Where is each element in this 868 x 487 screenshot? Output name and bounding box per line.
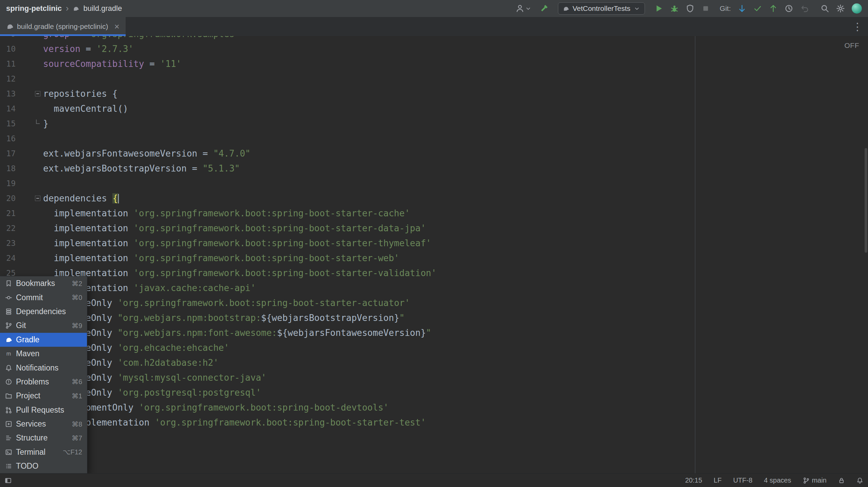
git-update-button[interactable] — [738, 4, 746, 13]
fold-end-marker[interactable] — [36, 120, 40, 124]
file-encoding[interactable]: UTF-8 — [733, 476, 753, 484]
debug-button[interactable] — [670, 4, 679, 13]
toolwindow-item-problems[interactable]: Problems⌘6 — [0, 375, 87, 389]
code-line[interactable]: 21 implementation 'org.springframework.b… — [0, 206, 868, 221]
line-number[interactable]: 14 — [0, 101, 16, 116]
code-line[interactable]: 35 testImplementation 'org.springframewo… — [0, 415, 868, 430]
code-line[interactable]: 20dependencies { — [0, 191, 868, 206]
line-number[interactable]: 11 — [0, 56, 16, 71]
tab-options-icon[interactable]: ⋮ — [847, 21, 868, 33]
toolwindow-item-terminal[interactable]: Terminal⌥F12 — [0, 445, 87, 459]
toolwindow-shortcut: ⌥F12 — [62, 448, 82, 456]
code-line[interactable]: 12 — [0, 71, 868, 86]
code-line[interactable]: 25 implementation 'org.springframework.b… — [0, 266, 868, 281]
code-text: ext.webjarsFontawesomeVersion = "4.7.0" — [43, 146, 250, 161]
git-branch-widget[interactable]: main — [803, 476, 827, 484]
toolwindow-item-project[interactable]: Project⌘1 — [0, 389, 87, 403]
notifications-bell-icon[interactable] — [856, 477, 863, 484]
run-configuration-select[interactable]: VetControllerTests — [558, 2, 645, 15]
code-line[interactable]: 27 runtimeOnly 'org.springframework.boot… — [0, 295, 868, 310]
terminal-icon — [5, 449, 12, 456]
line-number[interactable]: 21 — [0, 206, 16, 221]
code-line[interactable]: 15} — [0, 116, 868, 131]
code-line[interactable]: 32 runtimeOnly 'mysql:mysql-connector-ja… — [0, 370, 868, 385]
code-line[interactable]: 29 runtimeOnly "org.webjars.npm:font-awe… — [0, 325, 868, 340]
line-number[interactable]: 20 — [0, 191, 16, 206]
toolwindow-item-todo[interactable]: TODO — [0, 459, 87, 473]
tab-close-icon[interactable]: × — [114, 22, 119, 31]
breadcrumb-project[interactable]: spring-petclinic — [6, 4, 62, 13]
toolwindow-item-pull-requests[interactable]: Pull Requests — [0, 403, 87, 417]
code-line[interactable]: 9group = 'org.springframework.samples' — [0, 36, 868, 41]
code-line[interactable]: 19 — [0, 176, 868, 191]
toolwindow-item-maven[interactable]: Maven — [0, 347, 87, 361]
code-line[interactable]: 18ext.webjarsBootstrapVersion = "5.1.3" — [0, 161, 868, 176]
code-line[interactable]: 10version = '2.7.3' — [0, 41, 868, 56]
line-number[interactable]: 19 — [0, 176, 16, 191]
toolwindow-item-bookmarks[interactable]: Bookmarks⌘2 — [0, 276, 87, 290]
code-line[interactable]: 24 implementation 'org.springframework.b… — [0, 251, 868, 266]
toolwindow-item-dependencies[interactable]: Dependencies — [0, 305, 87, 319]
line-number[interactable]: 24 — [0, 251, 16, 266]
code-line[interactable]: 14 mavenCentral() — [0, 101, 868, 116]
line-number[interactable]: 15 — [0, 116, 16, 131]
fold-marker[interactable] — [35, 91, 40, 96]
build-hammer-icon[interactable] — [540, 4, 548, 13]
coverage-button[interactable] — [686, 4, 694, 13]
history-button[interactable] — [784, 4, 793, 13]
toolwindow-item-services[interactable]: Services⌘8 — [0, 417, 87, 431]
lock-icon[interactable] — [838, 477, 845, 484]
code-line[interactable]: 34 developmentOnly 'org.springframework.… — [0, 400, 868, 415]
toolwindow-item-structure[interactable]: Structure⌘7 — [0, 431, 87, 445]
status-widgets: 20:15 LF UTF-8 4 spaces main — [685, 476, 864, 484]
gutter — [16, 161, 43, 176]
code-line[interactable]: 16 — [0, 131, 868, 146]
caret-position[interactable]: 20:15 — [685, 476, 702, 484]
profile-button[interactable] — [516, 4, 531, 13]
toolwindow-item-notifications[interactable]: Notifications — [0, 361, 87, 375]
line-number[interactable]: 17 — [0, 146, 16, 161]
line-number[interactable]: 13 — [0, 86, 16, 101]
line-number[interactable]: 18 — [0, 161, 16, 176]
code-line[interactable]: 22 implementation 'org.springframework.b… — [0, 221, 868, 236]
code-line[interactable]: 28 runtimeOnly "org.webjars.npm:bootstra… — [0, 310, 868, 325]
line-number[interactable]: 23 — [0, 236, 16, 251]
stop-button[interactable] — [701, 4, 710, 13]
code-text: runtimeOnly "org.webjars.npm:font-awesom… — [43, 325, 431, 340]
fold-marker[interactable] — [35, 196, 40, 201]
line-number[interactable]: 16 — [0, 131, 16, 146]
toolwindow-item-commit[interactable]: Commit⌘0 — [0, 290, 87, 304]
git-commit-button[interactable] — [753, 4, 762, 13]
code-line[interactable]: 26 implementation 'javax.cache:cache-api… — [0, 281, 868, 295]
rollback-button[interactable] — [800, 4, 809, 13]
code-line[interactable]: 30 runtimeOnly 'org.ehcache:ehcache' — [0, 340, 868, 355]
toolwindow-label: Terminal — [16, 448, 59, 457]
tab-build-gradle[interactable]: build.gradle (spring-petclinic) × — [0, 17, 126, 36]
gradle-icon — [73, 5, 79, 12]
line-number[interactable]: 10 — [0, 41, 16, 56]
settings-button[interactable] — [836, 4, 845, 13]
code-line[interactable]: 23 implementation 'org.springframework.b… — [0, 236, 868, 251]
indent-setting[interactable]: 4 spaces — [764, 476, 791, 484]
code-line[interactable]: 31 runtimeOnly 'com.h2database:h2' — [0, 355, 868, 370]
toolwindow-item-git[interactable]: Git⌘9 — [0, 319, 87, 332]
git-push-button[interactable] — [769, 4, 778, 13]
editor-scrollbar[interactable] — [865, 148, 867, 253]
toolwindow-item-gradle[interactable]: Gradle — [0, 333, 87, 347]
toolwindow-switcher-icon[interactable] — [5, 477, 12, 484]
line-number[interactable]: 22 — [0, 221, 16, 236]
code-line[interactable]: 33 runtimeOnly 'org.postgresql:postgresq… — [0, 385, 868, 400]
code-line[interactable]: 11sourceCompatibility = '11' — [0, 56, 868, 71]
line-number[interactable]: 12 — [0, 71, 16, 86]
avatar[interactable] — [852, 3, 862, 14]
run-button[interactable] — [654, 4, 663, 13]
code-line[interactable]: 13repositories { — [0, 86, 868, 101]
line-number[interactable]: 9 — [0, 36, 16, 41]
toolwindow-popup: Bookmarks⌘2Commit⌘0DependenciesGit⌘9Grad… — [0, 276, 87, 473]
gutter — [16, 41, 43, 56]
code-editor[interactable]: 9group = 'org.springframework.samples'10… — [0, 36, 868, 473]
line-separator[interactable]: LF — [714, 476, 722, 484]
breadcrumb-file[interactable]: build.gradle — [83, 4, 122, 13]
search-everywhere-button[interactable] — [820, 4, 829, 13]
code-line[interactable]: 17ext.webjarsFontawesomeVersion = "4.7.0… — [0, 146, 868, 161]
